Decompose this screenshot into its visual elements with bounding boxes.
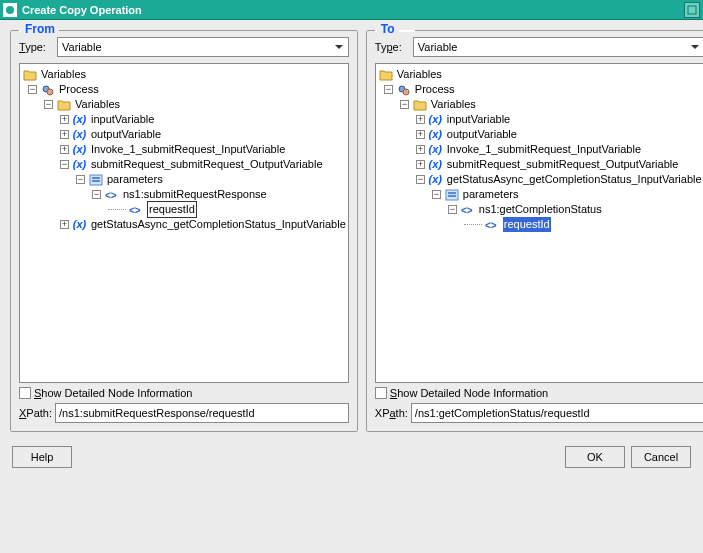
tree-item[interactable]: (x) outputVariable (378, 127, 702, 142)
variable-icon: (x) (72, 128, 88, 142)
folder-icon (22, 68, 38, 82)
tree-leaf-selected[interactable]: <> requestId (378, 217, 702, 232)
tree-connector (464, 224, 482, 225)
from-panel: From Type: Variable Variables Process (10, 30, 358, 432)
from-type-value: Variable (62, 41, 102, 53)
expand-icon[interactable] (416, 130, 425, 139)
tree-parameters[interactable]: parameters (22, 172, 346, 187)
tree-item-expanded[interactable]: (x) getStatusAsync_getCompletionStatus_I… (378, 172, 702, 187)
svg-rect-1 (688, 6, 696, 14)
svg-rect-12 (448, 192, 456, 194)
to-xpath-input[interactable] (411, 403, 703, 423)
tree-item[interactable]: (x) inputVariable (378, 112, 702, 127)
collapse-icon[interactable] (448, 205, 457, 214)
tree-element[interactable]: <> ns1:getCompletionStatus (378, 202, 702, 217)
window-title: Create Copy Operation (22, 4, 684, 16)
from-detail-label: Show Detailed Node Information (34, 387, 192, 399)
tree-process[interactable]: Process (378, 82, 702, 97)
variable-icon: (x) (72, 218, 88, 232)
expand-icon[interactable] (416, 145, 425, 154)
collapse-icon[interactable] (44, 100, 53, 109)
titlebar: Create Copy Operation (0, 0, 703, 20)
tree-node-label: parameters (107, 172, 163, 187)
from-type-select[interactable]: Variable (57, 37, 349, 57)
variable-icon: (x) (72, 113, 88, 127)
tree-process[interactable]: Process (22, 82, 346, 97)
collapse-icon[interactable] (400, 100, 409, 109)
tree-item[interactable]: (x) getStatusAsync_getCompletionStatus_I… (22, 217, 346, 232)
tree-node-label: Invoke_1_submitRequest_InputVariable (447, 142, 641, 157)
main-panels: From Type: Variable Variables Process (0, 20, 703, 442)
variable-icon: (x) (428, 158, 444, 172)
collapse-icon[interactable] (384, 85, 393, 94)
tree-node-label: outputVariable (91, 127, 161, 142)
variable-icon: (x) (72, 143, 88, 157)
app-icon (3, 3, 17, 17)
tree-node-label: submitRequest_submitRequest_OutputVariab… (447, 157, 679, 172)
from-detail-checkbox[interactable] (19, 387, 31, 399)
cancel-button[interactable]: Cancel (631, 446, 691, 468)
to-xpath-label: XPath: (375, 407, 408, 419)
process-icon (40, 83, 56, 97)
tree-node-label: Process (415, 82, 455, 97)
expand-icon[interactable] (60, 145, 69, 154)
expand-icon[interactable] (416, 115, 425, 124)
svg-text:<>: <> (129, 205, 141, 216)
tree-variables-folder[interactable]: Variables (378, 97, 702, 112)
collapse-icon[interactable] (92, 190, 101, 199)
from-tree[interactable]: Variables Process Variables (x) inputVar… (19, 63, 349, 383)
to-panel: To Type: Variable Variables Process (366, 30, 703, 432)
collapse-icon[interactable] (28, 85, 37, 94)
collapse-icon[interactable] (432, 190, 441, 199)
tree-item[interactable]: (x) outputVariable (22, 127, 346, 142)
tree-item[interactable]: (x) submitRequest_submitRequest_OutputVa… (378, 157, 702, 172)
collapse-icon[interactable] (60, 160, 69, 169)
expand-icon[interactable] (60, 115, 69, 124)
variable-icon: (x) (428, 173, 444, 187)
tree-item[interactable]: (x) Invoke_1_submitRequest_InputVariable (378, 142, 702, 157)
tree-connector (108, 209, 126, 210)
from-xpath-input[interactable] (55, 403, 349, 423)
element-icon: <> (104, 188, 120, 202)
tree-root[interactable]: Variables (22, 67, 346, 82)
svg-point-3 (47, 89, 53, 95)
svg-rect-13 (448, 195, 456, 197)
tree-variables-folder[interactable]: Variables (22, 97, 346, 112)
help-button[interactable]: Help (12, 446, 72, 468)
tree-leaf[interactable]: <> requestId (22, 202, 346, 217)
to-type-select[interactable]: Variable (413, 37, 703, 57)
element-icon: <> (128, 203, 144, 217)
tree-node-label: Variables (431, 97, 476, 112)
tree-root[interactable]: Variables (378, 67, 702, 82)
svg-text:<>: <> (461, 205, 473, 216)
folder-icon (378, 68, 394, 82)
tree-item[interactable]: (x) Invoke_1_submitRequest_InputVariable (22, 142, 346, 157)
expand-icon[interactable] (60, 220, 69, 229)
to-detail-checkbox[interactable] (375, 387, 387, 399)
element-icon: <> (484, 218, 500, 232)
from-xpath-label: XPath: (19, 407, 52, 419)
svg-point-10 (403, 89, 409, 95)
variable-icon: (x) (428, 128, 444, 142)
tree-element[interactable]: <> ns1:submitRequestResponse (22, 187, 346, 202)
folder-icon (412, 98, 428, 112)
to-tree[interactable]: Variables Process Variables (x) inputVar… (375, 63, 703, 383)
tree-node-label: Variables (41, 67, 86, 82)
message-part-icon (444, 188, 460, 202)
to-detail-label: Show Detailed Node Information (390, 387, 548, 399)
tree-item[interactable]: (x) inputVariable (22, 112, 346, 127)
window-control-icon[interactable] (684, 2, 700, 18)
collapse-icon[interactable] (76, 175, 85, 184)
tree-item-expanded[interactable]: (x) submitRequest_submitRequest_OutputVa… (22, 157, 346, 172)
expand-icon[interactable] (416, 160, 425, 169)
ok-button[interactable]: OK (565, 446, 625, 468)
tree-node-label: inputVariable (447, 112, 510, 127)
tree-parameters[interactable]: parameters (378, 187, 702, 202)
tree-node-label: inputVariable (91, 112, 154, 127)
tree-node-label: outputVariable (447, 127, 517, 142)
expand-icon[interactable] (60, 130, 69, 139)
tree-node-label: getStatusAsync_getCompletionStatus_Input… (447, 172, 702, 187)
collapse-icon[interactable] (416, 175, 425, 184)
svg-rect-5 (92, 177, 100, 179)
element-icon: <> (460, 203, 476, 217)
